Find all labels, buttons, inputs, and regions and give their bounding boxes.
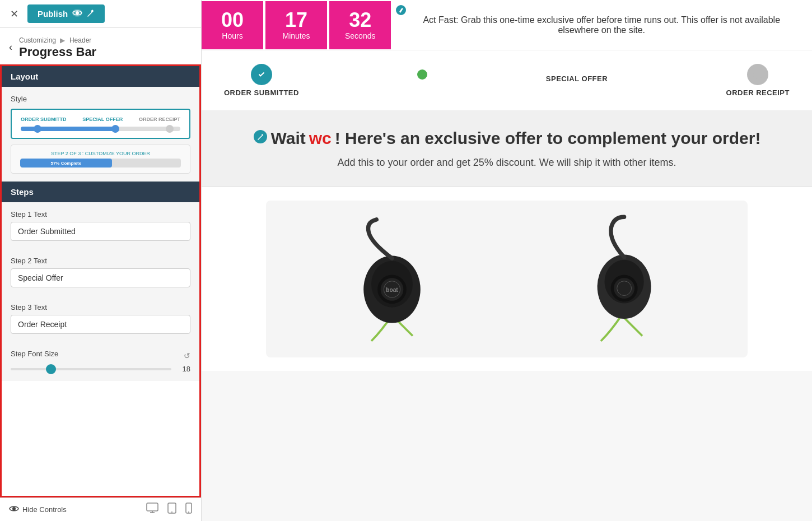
hide-controls-label: Hide Controls	[22, 505, 67, 514]
style-option-2[interactable]: STEP 2 OF 3 : CUSTOMIZE YOUR ORDER 57% C…	[11, 145, 190, 174]
style-label: Style	[11, 95, 190, 103]
slider-fill	[11, 368, 51, 370]
svg-rect-4	[147, 503, 158, 511]
offer-title-suffix: ! Here's an exclusive offer to complemen…	[335, 129, 761, 148]
progress-section: ORDER SUBMITTED SPECIAL OFFER	[202, 50, 812, 111]
offer-title: Wait wc ! Here's an exclusive offer to c…	[224, 129, 790, 148]
seconds-number: 32	[349, 10, 371, 30]
step1-label: Step 1 Text	[11, 210, 190, 218]
step3-label: Step 3 Text	[11, 303, 190, 311]
publish-label: Publish	[38, 9, 68, 18]
pencil-icon-sm[interactable]	[87, 9, 95, 18]
slider-thumb[interactable]	[46, 364, 56, 374]
style-bar-text: 57% Complete	[50, 161, 81, 166]
step3-group: Step 3 Text	[11, 303, 190, 342]
step2-dot	[417, 69, 427, 80]
bottom-bar: Hide Controls	[0, 497, 201, 521]
eye-icon-bottom	[9, 505, 19, 514]
step2-input[interactable]	[11, 268, 190, 287]
style-thumb-3	[166, 125, 174, 133]
font-size-value: 18	[177, 365, 190, 373]
style-thumb-1	[34, 125, 41, 133]
top-bar: ✕ Publish	[0, 0, 201, 28]
step2-group: Step 2 Text	[11, 257, 190, 295]
right-panel: 00 Hours 17 Minutes 32 Seconds Act Fast:…	[202, 0, 812, 521]
style-bar-fill: 57% Complete	[20, 159, 112, 168]
svg-point-3	[12, 507, 16, 510]
left-panel: ✕ Publish ‹ Customizing ▶ Header Progres…	[0, 0, 202, 521]
product-section: boat	[202, 187, 812, 371]
font-size-slider[interactable]	[11, 368, 171, 370]
preview-step3: ORDER RECEIPT	[139, 117, 180, 122]
step1-input[interactable]	[11, 222, 190, 241]
svg-point-11	[753, 70, 762, 79]
offer-title-prefix: Wait	[271, 129, 306, 148]
seconds-block: 32 Seconds	[329, 1, 391, 49]
back-arrow[interactable]: ‹	[9, 41, 12, 53]
step3-input[interactable]	[11, 315, 190, 334]
earphone-image-left: boat	[336, 212, 448, 346]
mobile-icon[interactable]	[185, 503, 192, 517]
offer-wc: wc	[309, 129, 332, 148]
font-size-label: Step Font Size	[11, 350, 58, 358]
preview2-text: STEP 2 OF 3 : CUSTOMIZE YOUR ORDER	[20, 151, 181, 156]
refresh-icon[interactable]: ↺	[184, 351, 190, 360]
offer-pencil-icon[interactable]	[253, 129, 268, 147]
svg-point-1	[76, 11, 79, 15]
panel-scroll: Layout Style ORDER SUBMITTD SPECIAL OFFE…	[0, 64, 201, 497]
font-size-group: Step Font Size ↺ 18	[11, 350, 190, 373]
style-steps-row: ORDER SUBMITTD SPECIAL OFFER ORDER RECEI…	[21, 117, 180, 122]
svg-text:boat: boat	[386, 287, 398, 293]
step-item-3: ORDER RECEIPT	[726, 64, 790, 97]
connector-mid	[427, 64, 545, 87]
close-button[interactable]: ✕	[6, 6, 23, 22]
breadcrumb-sep: ▶	[60, 36, 65, 44]
countdown-timer: 00 Hours 17 Minutes 32 Seconds	[202, 0, 391, 50]
layout-section-body: Style ORDER SUBMITTD SPECIAL OFFER ORDER…	[2, 87, 199, 182]
desktop-icon[interactable]	[146, 503, 158, 517]
offer-content: Wait wc ! Here's an exclusive offer to c…	[202, 111, 812, 187]
breadcrumb-part2: Header	[69, 36, 91, 44]
countdown-text-area: Act Fast: Grab this one-time exclusive o…	[391, 0, 812, 50]
hours-block: 00 Hours	[202, 1, 263, 49]
step2-name: SPECIAL OFFER	[546, 75, 608, 83]
hours-label: Hours	[222, 31, 242, 40]
minutes-block: 17 Minutes	[265, 1, 327, 49]
layout-section-header: Layout	[2, 66, 199, 87]
breadcrumb-content: Customizing ▶ Header Progress Bar	[19, 35, 96, 59]
eye-icon[interactable]	[72, 9, 82, 18]
breadcrumb-part1: Customizing	[19, 36, 56, 44]
tablet-icon[interactable]	[167, 503, 176, 517]
pencil-icon-countdown[interactable]	[395, 4, 407, 18]
publish-button[interactable]: Publish	[27, 4, 105, 23]
steps-section-body: Step 1 Text Step 2 Text Step 3 Text Step…	[2, 202, 199, 381]
step2-label: Step 2 Text	[11, 257, 190, 265]
step-item-2: SPECIAL OFFER	[546, 64, 608, 95]
device-icons	[146, 503, 192, 517]
breadcrumb-area: ‹ Customizing ▶ Header Progress Bar	[0, 28, 201, 64]
style-bar-container: 57% Complete	[20, 159, 181, 168]
style-thumb-2	[111, 125, 119, 133]
step3-name: ORDER RECEIPT	[726, 89, 790, 97]
svg-point-8	[188, 511, 189, 513]
minutes-label: Minutes	[282, 31, 310, 40]
page-title: Progress Bar	[19, 45, 96, 59]
connector-1-2	[299, 64, 417, 87]
product-image-area: boat	[266, 201, 748, 357]
hide-controls-button[interactable]: Hide Controls	[9, 505, 67, 514]
steps-section-header: Steps	[2, 182, 199, 202]
countdown-bar: 00 Hours 17 Minutes 32 Seconds Act Fast:…	[202, 0, 812, 50]
step3-circle	[747, 64, 768, 85]
minutes-number: 17	[285, 10, 307, 30]
connector-2-3	[608, 64, 726, 87]
steps-row: ORDER SUBMITTED SPECIAL OFFER	[224, 64, 790, 97]
font-size-slider-row: 18	[11, 365, 190, 373]
step1-group: Step 1 Text	[11, 210, 190, 249]
earphone-image-right	[566, 212, 678, 346]
hours-number: 00	[221, 10, 244, 30]
style-track	[21, 127, 180, 131]
step-item-1: ORDER SUBMITTED	[224, 64, 299, 97]
seconds-label: Seconds	[345, 31, 375, 40]
svg-rect-2	[91, 10, 94, 12]
style-option-1[interactable]: ORDER SUBMITTD SPECIAL OFFER ORDER RECEI…	[11, 109, 190, 139]
